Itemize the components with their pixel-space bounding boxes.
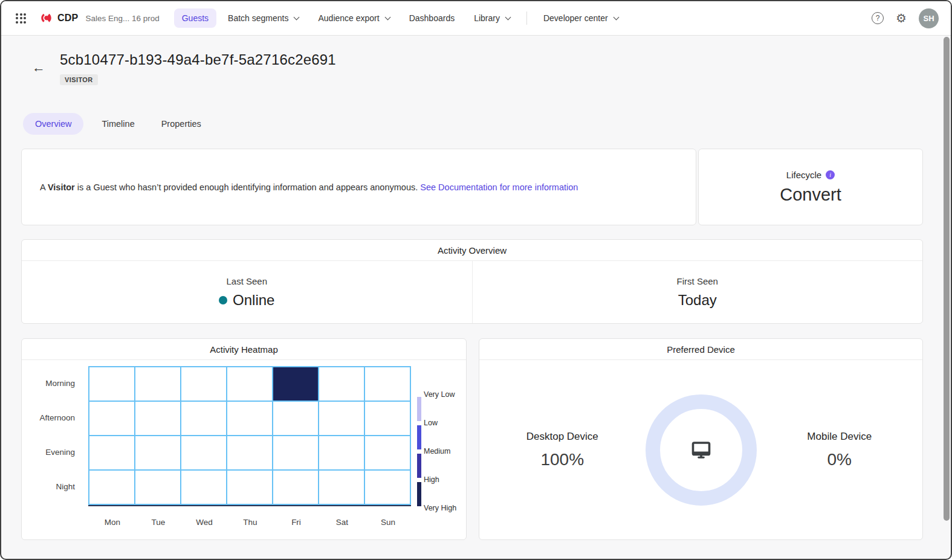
lifecycle-label: Lifecycle <box>786 170 821 180</box>
heatmap-cell-evening-wed <box>181 436 226 469</box>
heatmap-row-label: Night <box>22 469 88 504</box>
heatmap-day-labels: MonTueWedThuFriSatSun <box>89 518 466 527</box>
activity-overview-title: Activity Overview <box>22 240 922 261</box>
gear-icon[interactable]: ⚙ <box>896 12 907 24</box>
device-donut-chart <box>646 394 757 506</box>
legend-label: Very High <box>424 503 456 513</box>
info-icon[interactable]: i <box>826 170 835 179</box>
heatmap-cell-afternoon-sun <box>365 402 410 435</box>
nav-item-dashboards[interactable]: Dashboards <box>401 8 463 28</box>
nav-item-developer-center[interactable]: Developer center <box>536 8 626 28</box>
mobile-device-stat: Mobile Device 0% <box>757 431 923 469</box>
nav-menu: GuestsBatch segmentsAudience exportDashb… <box>174 8 518 28</box>
brand-logo[interactable]: CDP <box>39 11 78 25</box>
scrollbar-thumb[interactable] <box>944 37 950 521</box>
chevron-down-icon <box>505 14 511 21</box>
nav-item-label: Guests <box>182 13 209 23</box>
lifecycle-value: Convert <box>780 185 841 205</box>
activity-heatmap-title: Activity Heatmap <box>22 339 466 360</box>
heatmap-cell-evening-sat <box>319 436 364 469</box>
heatmap-row-label: Morning <box>22 366 88 401</box>
legend-label: Low <box>424 418 438 428</box>
desktop-device-label: Desktop Device <box>479 431 646 443</box>
heatmap-cell-evening-fri <box>273 436 318 469</box>
nav-item-library[interactable]: Library <box>466 8 518 28</box>
legend-label: Medium <box>424 446 450 456</box>
heatmap-cell-evening-sun <box>365 436 410 469</box>
brand-logo-icon <box>39 11 53 25</box>
heatmap-cell-afternoon-sat <box>319 402 364 435</box>
desktop-device-value: 100% <box>479 450 646 469</box>
visitor-description-bold: Visitor <box>48 182 75 192</box>
title-row: ← 5cb10477-b193-49a4-be7f-5a2716c2e691 V… <box>21 51 923 85</box>
heatmap-cell-morning-mon <box>89 367 134 401</box>
nav-item-label: Library <box>474 13 500 23</box>
heatmap-cell-night-mon <box>89 471 134 504</box>
tab-properties[interactable]: Properties <box>153 113 210 135</box>
desktop-device-stat: Desktop Device 100% <box>479 431 646 469</box>
lifecycle-card: Lifecycle i Convert <box>698 149 923 225</box>
heatmap-column-label: Wed <box>181 518 227 527</box>
nav-right-cluster: ? ⚙ SH <box>872 8 939 28</box>
first-seen-label: First Seen <box>677 276 718 286</box>
nav-item-label: Batch segments <box>228 13 288 23</box>
heatmap-cell-morning-wed <box>181 367 226 401</box>
back-button[interactable]: ← <box>32 61 45 74</box>
heatmap-column-label: Sun <box>365 518 411 527</box>
preferred-device-card: Preferred Device Desktop Device 100% <box>479 338 923 540</box>
visitor-description: A Visitor is a Guest who hasn’t provided… <box>40 182 578 192</box>
heatmap-cell-morning-thu <box>227 367 272 401</box>
heatmap-cell-evening-tue <box>135 436 180 469</box>
legend-swatch <box>417 397 421 421</box>
legend-label: High <box>424 475 439 484</box>
heatmap-row-label: Afternoon <box>22 401 88 435</box>
heatmap-cell-afternoon-thu <box>227 402 272 435</box>
tab-overview[interactable]: Overview <box>23 113 83 135</box>
legend-swatch <box>417 425 421 449</box>
nav-item-label: Audience export <box>318 13 379 23</box>
heatmap-cell-afternoon-mon <box>89 402 134 435</box>
heatmap-row-labels: MorningAfternoonEveningNight <box>22 366 88 510</box>
heatmap-cell-afternoon-wed <box>181 402 226 435</box>
heatmap-cell-night-wed <box>181 471 226 504</box>
online-status-dot <box>219 296 227 304</box>
app-window: CDP Sales Eng... 16 prod GuestsBatch seg… <box>0 0 952 560</box>
environment-label[interactable]: Sales Eng... 16 prod <box>85 14 159 23</box>
legend-label: Very Low <box>424 390 455 399</box>
visitor-description-text: A <box>40 182 48 192</box>
documentation-link[interactable]: See Documentation for more information <box>420 182 578 192</box>
heatmap-column-label: Tue <box>135 518 181 527</box>
heatmap-column-label: Fri <box>273 518 319 527</box>
app-launcher-icon[interactable] <box>16 13 26 24</box>
heatmap-column-label: Sat <box>319 518 365 527</box>
last-seen-label: Last Seen <box>226 276 267 286</box>
tab-timeline[interactable]: Timeline <box>93 113 143 135</box>
nav-item-batch-segments[interactable]: Batch segments <box>220 8 306 28</box>
nav-item-audience-export[interactable]: Audience export <box>310 8 397 28</box>
nav-divider <box>526 11 527 25</box>
chevron-down-icon <box>613 14 619 21</box>
charts-row: Activity Heatmap MorningAfternoonEvening… <box>21 338 923 540</box>
page-title: 5cb10477-b193-49a4-be7f-5a2716c2e691 <box>60 51 336 68</box>
activity-heatmap-card: Activity Heatmap MorningAfternoonEvening… <box>21 338 467 540</box>
heatmap-cell-morning-fri <box>273 367 318 401</box>
preferred-device-title: Preferred Device <box>479 339 922 360</box>
visitor-description-text: is a Guest who hasn’t provided enough id… <box>75 182 421 192</box>
mobile-device-value: 0% <box>757 450 923 469</box>
first-seen-stat: First Seen Today <box>473 261 923 323</box>
chevron-down-icon <box>294 14 300 21</box>
heatmap-cell-afternoon-fri <box>273 402 318 435</box>
avatar[interactable]: SH <box>919 8 939 28</box>
summary-row: A Visitor is a Guest who hasn’t provided… <box>21 149 923 225</box>
nav-item-guests[interactable]: Guests <box>174 8 216 28</box>
mobile-device-label: Mobile Device <box>757 431 923 443</box>
nav-item-label: Dashboards <box>409 13 455 23</box>
help-icon[interactable]: ? <box>872 12 884 24</box>
first-seen-value: Today <box>678 292 717 309</box>
legend-swatch <box>417 482 421 506</box>
vertical-scrollbar <box>943 37 950 557</box>
heatmap-legend: Very LowLowMediumHighVery High <box>417 393 456 510</box>
heatmap-cell-night-sat <box>319 471 364 504</box>
heatmap-cell-evening-mon <box>89 436 134 469</box>
heatmap-cell-afternoon-tue <box>135 402 180 435</box>
